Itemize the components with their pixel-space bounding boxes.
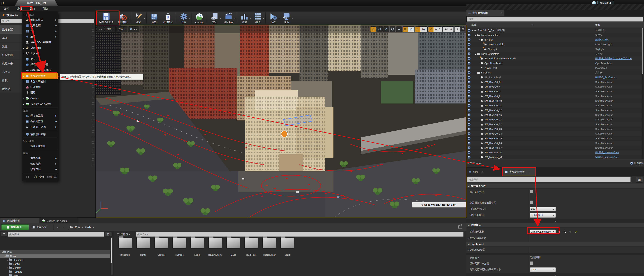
- window-menu-item-工具栏[interactable]: ✓工具栏: [22, 51, 58, 56]
- spinbox-封装光源和阴影贴图纹理大小[interactable]: 1024: [530, 267, 556, 272]
- place-actors-category-7[interactable]: 所有类: [0, 85, 22, 93]
- window-menu-item-移除布局[interactable]: 移除布局▶: [22, 167, 58, 172]
- scale-tool-button[interactable]: [383, 26, 389, 32]
- asset-folder-Content[interactable]: Content: [153, 238, 170, 256]
- outliner-row-SM_Block10_22[interactable]: SM_Block10_22StaticMeshActor: [466, 122, 644, 127]
- window-menu-item-细节[interactable]: i细节▶: [22, 34, 58, 39]
- viewport[interactable]: ≡▾ 透视▾ 光照▾ 显示▾ ▦ 10 ∠ 10° ↗: [96, 25, 466, 218]
- window-menu-item-统计数据[interactable]: 统计数据: [22, 84, 58, 90]
- asset-folder-HDMaps[interactable]: HDMaps: [171, 238, 188, 256]
- add-import-button[interactable]: 添加/导入▾: [1, 225, 29, 230]
- tab-Cesium ion Assets[interactable]: Cesium ion Assets: [40, 218, 78, 223]
- expander-icon[interactable]: ◢: [475, 53, 477, 55]
- details-display-filter-button[interactable]: ▦: [636, 177, 643, 183]
- window-menu-item-环境光照混合器[interactable]: 环境光照混合器: [22, 62, 58, 67]
- outliner-row-DirectionalLight[interactable]: DirectionalLightDirectionalLight: [466, 42, 644, 47]
- edit-blueprint-link[interactable]: 编辑BP_BuildingConverterToCode: [595, 57, 632, 60]
- window-menu-item-加载布局[interactable]: 加载布局▶: [22, 155, 58, 161]
- toolbar-button-Cesium[interactable]: Cesium: [193, 11, 206, 25]
- visibility-eye-icon[interactable]: [468, 71, 470, 74]
- checkbox-强制无预计算光照[interactable]: [530, 262, 533, 265]
- place-actors-category-1[interactable]: 基础: [0, 34, 22, 42]
- asset-folder-Maps[interactable]: Maps: [225, 238, 242, 256]
- visibility-eye-icon[interactable]: [468, 113, 470, 116]
- asset-folder-Config[interactable]: Config: [135, 238, 152, 256]
- source-tree-item-Config[interactable]: Config: [0, 262, 110, 266]
- checkbox-icon[interactable]: [26, 176, 28, 178]
- combo-游戏模式重载[interactable]: AirSimGameMode▼: [530, 230, 556, 234]
- visibility-eye-icon[interactable]: [468, 52, 470, 55]
- outliner-row-SM_Block10_5[interactable]: SM_Block10_5StaticMeshActor: [466, 89, 644, 94]
- edit-blueprint-link[interactable]: 编辑BP_RepSpline: [595, 76, 616, 79]
- tab-world-outliner[interactable]: 世界大纲视图 ✕: [466, 10, 504, 16]
- viewport-lit-button[interactable]: 光照▾: [116, 26, 127, 32]
- visibility-eye-icon[interactable]: [468, 48, 470, 50]
- rotation-snap-control[interactable]: ∠ 10°: [415, 26, 428, 32]
- outliner-row-Player Start[interactable]: Player StartPlayerStart: [466, 66, 644, 70]
- window-menu-item-内容浏览器[interactable]: 内容浏览器▶: [22, 119, 58, 124]
- window-menu-item-Cesium ion Assets[interactable]: ✓Cesium ion Assets: [22, 101, 58, 107]
- expander-icon[interactable]: ◢: [475, 72, 477, 73]
- outliner-row-SM_Block10_12[interactable]: SM_Block10_12StaticMeshActor: [466, 108, 644, 113]
- visibility-eye-icon[interactable]: [468, 132, 470, 135]
- visibility-eye-icon[interactable]: [468, 128, 470, 130]
- window-menu-item-启用全屏[interactable]: 启用全屏Shift+F11: [22, 174, 58, 180]
- visibility-eye-icon[interactable]: [468, 137, 470, 140]
- outliner-scrollbar[interactable]: [642, 28, 644, 160]
- visibility-eye-icon[interactable]: [468, 104, 470, 107]
- visibility-eye-icon[interactable]: [468, 66, 470, 69]
- window-menu-item-视口[interactable]: 视口▶: [22, 28, 58, 34]
- toolbar-button-运行[interactable]: 运行▾: [266, 11, 280, 25]
- outliner-row-SM_Block10_11[interactable]: SM_Block10_11StaticMeshActor: [466, 103, 644, 108]
- menubar-item-help[interactable]: 帮助: [39, 6, 52, 11]
- outliner-row-SM_Block10_10[interactable]: SM_Block10_10StaticMeshActor: [466, 99, 644, 103]
- outliner-row-SM_Block10_23[interactable]: SM_Block10_23StaticMeshActor: [466, 127, 644, 131]
- asset-folder-road_xodr[interactable]: road_xodr: [243, 238, 260, 256]
- toolbar-button-源码管理[interactable]: 源码管理▾: [116, 11, 130, 25]
- spinbox-可视性单元大小[interactable]: 200: [530, 207, 556, 211]
- browse-to-asset-icon[interactable]: ◀: [558, 230, 561, 234]
- visibility-eye-icon[interactable]: [468, 146, 470, 149]
- tree-expander-icon[interactable]: ▷: [6, 267, 9, 269]
- window-menu-item-在蓝图中寻找[interactable]: 在蓝图中寻找▶: [22, 124, 58, 130]
- viewport-show-button[interactable]: 显示▾: [128, 26, 139, 32]
- outliner-row-SM_Block10_26[interactable]: SM_Block10_26StaticMeshActor: [466, 141, 644, 146]
- search-icon[interactable]: [563, 230, 566, 234]
- window-menu-item-世界场景设置[interactable]: ✓世界场景设置: [22, 73, 58, 79]
- visibility-eye-icon[interactable]: [468, 43, 470, 46]
- edit-blueprint-link[interactable]: 编辑BP_MuseumGate: [595, 151, 619, 154]
- expander-icon[interactable]: ◢: [472, 29, 474, 31]
- view-options-button[interactable]: 视图选项: [630, 162, 644, 165]
- window-menu-item-图层[interactable]: 图层: [22, 90, 58, 95]
- visibility-eye-icon[interactable]: [468, 38, 470, 41]
- outliner-column-header[interactable]: 标签 ▲ 类型: [466, 22, 644, 28]
- add-new-icon[interactable]: +: [568, 230, 572, 234]
- move-tool-button[interactable]: [370, 26, 376, 32]
- edit-blueprint-link[interactable]: 编辑BP_MuseumGate: [595, 156, 619, 159]
- snap-axis-button[interactable]: [396, 26, 402, 32]
- lock-icon[interactable]: [458, 225, 462, 229]
- outliner-row-BasicParameters[interactable]: ◢BasicParameters文件夹: [466, 33, 644, 37]
- window-menu-item-开发者工具[interactable]: 开发者工具▶: [22, 113, 58, 119]
- rotate-tool-button[interactable]: [377, 26, 382, 32]
- outliner-row-BP_BuildingConverterToCode[interactable]: BP_BuildingConverterToCode编辑BP_BuildingC…: [466, 56, 644, 61]
- window-menu-item-放置actor[interactable]: ✓放置actor: [22, 45, 58, 51]
- checkbox-仅沿摄像机轨道放置单元[interactable]: [530, 201, 533, 204]
- window-menu-item-保存布局[interactable]: 保存布局▶: [22, 161, 58, 167]
- outliner-row-SM_Block10_4[interactable]: SM_Block10_4StaticMeshActor: [466, 84, 644, 89]
- outliner-row-SM_Block10_24[interactable]: SM_Block10_24StaticMeshActor: [466, 131, 644, 136]
- menubar-item-edit[interactable]: 编辑: [13, 6, 26, 11]
- toolbar-button-构建[interactable]: 构建▾: [238, 11, 251, 25]
- outliner-row-SM_Block10_17[interactable]: SM_Block10_17StaticMeshActor: [466, 117, 644, 122]
- reset-to-default-icon[interactable]: ↺: [574, 230, 578, 234]
- toolbar-button-编译[interactable]: 编译▾: [251, 11, 264, 25]
- camera-speed-control[interactable]: 6: [443, 26, 454, 32]
- sources-scrollbar[interactable]: [111, 237, 112, 275]
- outliner-row-Buildings[interactable]: ◢Buildings文件夹: [466, 70, 644, 75]
- place-actors-category-2[interactable]: 光源: [0, 42, 22, 51]
- toolbar-button-内容[interactable]: 内容: [148, 11, 161, 25]
- outliner-row-Town10HD_Opt（编辑器）[interactable]: ◢Town10HD_Opt（编辑器）世界场景: [466, 28, 644, 33]
- window-menu-item-过场动画[interactable]: 过场动画▶: [22, 23, 58, 28]
- visibility-eye-icon[interactable]: [468, 156, 470, 159]
- visibility-eye-icon[interactable]: [468, 99, 470, 102]
